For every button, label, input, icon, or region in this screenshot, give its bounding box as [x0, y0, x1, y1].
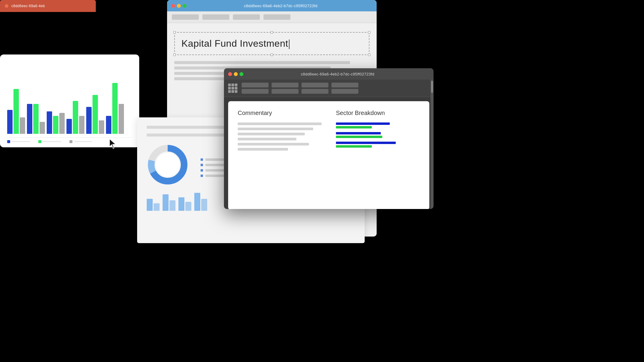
bar-green — [93, 95, 98, 134]
document-title: Kapital Fund Investment — [181, 38, 362, 49]
text-cursor — [289, 40, 290, 49]
bottom-bar-group — [178, 197, 191, 211]
bottom-bar — [163, 194, 169, 211]
dark-pill[interactable] — [242, 89, 269, 94]
bottom-bar — [154, 203, 160, 211]
bottom-bar — [194, 193, 200, 211]
selection-handle[interactable] — [173, 54, 176, 56]
text-selection-box: Kapital Fund Investment — [174, 32, 369, 55]
bar-green — [73, 101, 78, 134]
toolbar-pill[interactable] — [172, 14, 199, 20]
bar-blue — [86, 107, 92, 134]
legend-dot-blue — [7, 140, 10, 143]
close-button[interactable] — [228, 72, 232, 76]
commentary-lines — [238, 122, 322, 151]
bottom-bar — [169, 200, 175, 211]
bottom-bar-group — [163, 194, 175, 211]
svg-point-4 — [156, 153, 180, 177]
traffic-lights[interactable] — [171, 4, 187, 8]
dark-pill[interactable] — [331, 89, 358, 94]
sector-row — [336, 142, 420, 148]
sector-bar-blue — [336, 122, 390, 125]
dark-pill[interactable] — [301, 83, 328, 87]
bar-blue — [47, 111, 52, 134]
bottom-bar-group — [194, 193, 207, 211]
maximize-button[interactable] — [240, 72, 243, 76]
traffic-lights[interactable] — [228, 72, 243, 76]
commentary-line — [238, 148, 288, 151]
bottom-bar — [185, 202, 191, 211]
sector-bar-green — [336, 145, 372, 148]
selection-handle[interactable] — [271, 31, 273, 34]
grid-icon-container — [228, 84, 237, 93]
bottom-bar — [201, 199, 207, 211]
dark-window-title: c8dd6eec-69a6-4eb2-b7dc-c95ff02723fd — [246, 72, 429, 76]
legend-dot-green — [38, 140, 41, 143]
dark-titlebar: c8dd6eec-69a6-4eb2-b7dc-c95ff02723fd — [224, 68, 434, 80]
titlebar: c8dd6eec-69a6-4eb2-b7dc-c95ff02723fd — [167, 0, 377, 11]
commentary-line — [238, 138, 296, 140]
sector-row — [336, 122, 420, 128]
minimize-button[interactable] — [177, 4, 181, 8]
orange-tab-dot — [5, 4, 8, 8]
dark-pill[interactable] — [272, 89, 298, 94]
grid-cell — [235, 84, 237, 86]
chart-legend — [7, 137, 132, 143]
legend-item-gray — [69, 140, 92, 143]
scrollbar-thumb[interactable] — [431, 81, 433, 93]
legend-item-green — [38, 140, 61, 143]
toolbar-pill[interactable] — [263, 14, 290, 20]
dark-pill[interactable] — [272, 83, 298, 87]
bottom-bar — [147, 199, 153, 211]
grid-cell — [228, 87, 231, 90]
grid-cell — [228, 90, 231, 93]
dark-content-card: Commentary Sector Breakdown — [228, 101, 429, 209]
window-title: c8dd6eec-69a6-4eb2-b7dc-c95ff02723fd — [189, 4, 372, 8]
toolbar-pill[interactable] — [233, 14, 260, 20]
bar-group — [7, 89, 25, 134]
sector-rows — [336, 122, 420, 148]
grid-cell — [231, 84, 234, 86]
content-line — [174, 61, 350, 64]
mini-bar-line — [205, 175, 226, 177]
bottom-bar — [178, 197, 184, 211]
selection-handle[interactable] — [271, 54, 273, 56]
bar-gray — [119, 104, 124, 134]
bar-group — [27, 104, 45, 134]
bar-group — [86, 95, 104, 134]
bar-gray — [79, 116, 84, 134]
legend-label-blue — [12, 141, 30, 142]
minimize-button[interactable] — [234, 72, 238, 76]
selection-handle[interactable] — [173, 31, 176, 34]
commentary-line — [238, 133, 305, 135]
toolbar — [167, 11, 377, 23]
toolbar-pills-area — [242, 83, 429, 94]
orange-tab-title: c8dd6eec-69a6-4eb — [11, 4, 45, 8]
scrollbar[interactable] — [431, 80, 434, 209]
selection-handle[interactable] — [368, 31, 370, 34]
bottom-bar-group — [147, 199, 160, 211]
dark-toolbar — [224, 80, 434, 97]
sector-bar-blue — [336, 132, 381, 134]
bar-group — [66, 101, 84, 134]
dark-pill[interactable] — [301, 89, 328, 94]
orange-tab-window: c8dd6eec-69a6-4eb — [0, 0, 96, 12]
selection-handle[interactable] — [368, 54, 370, 56]
sector-bar-blue — [336, 142, 396, 144]
commentary-line — [238, 128, 313, 130]
close-button[interactable] — [171, 4, 175, 8]
grid-cell — [231, 87, 234, 90]
grid-cell — [228, 84, 231, 86]
sector-heading: Sector Breakdown — [336, 110, 420, 116]
mini-bar-dot — [201, 169, 203, 172]
toolbar-row2 — [242, 89, 429, 94]
dark-pill[interactable] — [242, 83, 269, 87]
grid-cell — [235, 87, 237, 90]
sector-column: Sector Breakdown — [336, 110, 420, 151]
title-text: Kapital Fund Investment — [181, 38, 288, 49]
grid-cell — [235, 90, 237, 93]
dark-pill[interactable] — [331, 83, 358, 87]
maximize-button[interactable] — [183, 4, 187, 8]
bar-green — [53, 116, 58, 134]
toolbar-pill[interactable] — [202, 14, 229, 20]
